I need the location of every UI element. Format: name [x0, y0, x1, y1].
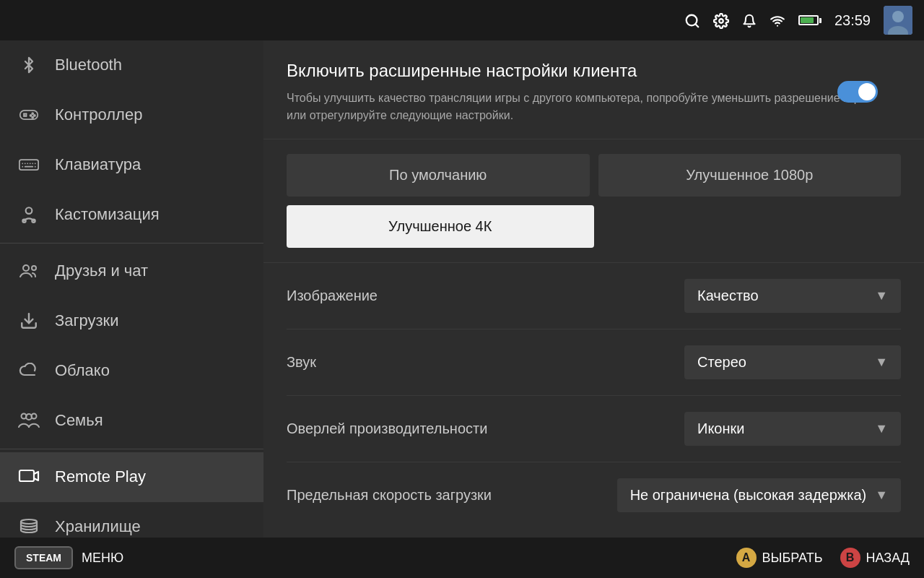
sidebar-item-downloads[interactable]: Загрузки — [0, 296, 263, 346]
downloads-icon — [17, 309, 40, 332]
sound-value: Стерео — [697, 354, 866, 371]
sidebar-remoteplay-label: Remote Play — [55, 467, 146, 486]
toggle-knob — [858, 83, 876, 100]
sidebar-item-controller[interactable]: Контроллер — [0, 90, 263, 140]
sidebar-bluetooth-label: Bluetooth — [55, 56, 122, 74]
preset-row-2: Улучшенное 4К — [287, 205, 901, 248]
sidebar: Bluetooth Контроллер — [0, 40, 263, 578]
preset-4k-button[interactable]: Улучшенное 4К — [287, 205, 594, 248]
family-icon — [17, 409, 40, 432]
controller-icon — [17, 103, 40, 126]
sound-dropdown[interactable]: Стерео ▼ — [684, 345, 901, 379]
toggle-switch[interactable] — [837, 81, 878, 103]
friends-icon — [17, 259, 40, 282]
select-label: ВЫБРАТЬ — [762, 551, 823, 566]
b-button-label: B — [846, 551, 855, 564]
preset-default-button[interactable]: По умолчанию — [287, 154, 590, 197]
b-button-icon[interactable]: B — [840, 548, 860, 568]
setting-overlay: Оверлей производительности Иконки ▼ — [287, 396, 901, 462]
image-value: Качество — [697, 288, 866, 304]
speed-label: Предельная скорость загрузки — [287, 487, 492, 504]
sidebar-friends-label: Друзья и чат — [55, 262, 148, 280]
svg-point-16 — [32, 116, 33, 118]
setting-image: Изображение Качество ▼ — [287, 263, 901, 329]
svg-point-30 — [23, 265, 29, 271]
remoteplay-icon — [17, 465, 40, 488]
overlay-value: Иконки — [697, 420, 866, 437]
bottom-actions: A ВЫБРАТЬ B НАЗАД — [736, 548, 910, 568]
setting-speed: Предельная скорость загрузки Не ограниче… — [287, 462, 901, 528]
notification-icon[interactable] — [742, 12, 757, 29]
sidebar-keyboard-label: Клавиатура — [55, 155, 141, 174]
sidebar-cloud-label: Облако — [55, 361, 110, 380]
sidebar-divider-2 — [0, 449, 263, 449]
menu-label: МЕНЮ — [82, 551, 123, 566]
cast-icon — [770, 12, 785, 29]
sidebar-divider-1 — [0, 243, 263, 243]
overlay-label: Оверлей производительности — [287, 420, 487, 437]
sidebar-item-family[interactable]: Семья — [0, 396, 263, 446]
image-label: Изображение — [287, 288, 378, 304]
sidebar-controller-label: Контроллер — [55, 105, 142, 124]
sidebar-item-bluetooth[interactable]: Bluetooth — [0, 40, 263, 90]
preset-section: По умолчанию Улучшенное 1080p Улучшенное… — [263, 139, 924, 263]
action-back: B НАЗАД — [840, 548, 910, 568]
speed-dropdown[interactable]: Не ограничена (высокая задержка) ▼ — [617, 478, 901, 512]
sidebar-item-customization[interactable]: Кастомизация — [0, 190, 263, 240]
customization-icon — [17, 203, 40, 226]
clock: 23:59 — [834, 12, 871, 29]
sidebar-item-friends[interactable]: Друзья и чат — [0, 246, 263, 296]
sound-label: Звук — [287, 354, 316, 371]
settings-icon[interactable] — [713, 12, 729, 29]
toggle-title: Включить расширенные настройки клиента — [287, 61, 901, 81]
keyboard-icon — [17, 153, 40, 176]
main-layout: Bluetooth Контроллер — [0, 0, 924, 578]
svg-point-2 — [719, 19, 723, 23]
toggle-description: Чтобы улучшить качество трансляции игры … — [287, 90, 879, 124]
sidebar-customization-label: Кастомизация — [55, 205, 160, 224]
cloud-icon — [17, 359, 40, 382]
image-dropdown[interactable]: Качество ▼ — [684, 279, 901, 313]
overlay-chevron-icon: ▼ — [875, 421, 888, 436]
sidebar-item-keyboard[interactable]: Клавиатура — [0, 140, 263, 190]
steam-button[interactable]: STEAM — [14, 546, 73, 569]
a-button-icon[interactable]: A — [736, 548, 757, 568]
sidebar-family-label: Семья — [55, 411, 103, 430]
overlay-dropdown[interactable]: Иконки ▼ — [684, 412, 901, 446]
svg-point-27 — [26, 207, 32, 214]
image-chevron-icon: ▼ — [875, 288, 888, 303]
toggle-section: Включить расширенные настройки клиента Ч… — [263, 40, 924, 139]
sidebar-item-cloud[interactable]: Облако — [0, 346, 263, 396]
main-content: Включить расширенные настройки клиента Ч… — [263, 40, 924, 578]
sound-chevron-icon: ▼ — [875, 355, 888, 370]
search-icon[interactable] — [684, 12, 700, 29]
svg-point-15 — [30, 115, 32, 116]
preset-row-1: По умолчанию Улучшенное 1080p — [287, 154, 901, 197]
settings-section: Изображение Качество ▼ Звук Стерео ▼ Ове… — [263, 263, 924, 528]
sidebar-item-remoteplay[interactable]: Remote Play — [0, 452, 263, 502]
back-label: НАЗАД — [866, 551, 910, 566]
svg-point-14 — [34, 115, 35, 116]
svg-point-13 — [32, 113, 33, 114]
svg-point-37 — [21, 519, 37, 524]
bluetooth-icon — [17, 53, 40, 77]
svg-rect-36 — [19, 470, 34, 481]
setting-sound: Звук Стерео ▼ — [287, 329, 901, 396]
avatar[interactable] — [884, 6, 912, 35]
preset-1080p-button[interactable]: Улучшенное 1080p — [598, 154, 902, 197]
speed-value: Не ограничена (высокая задержка) — [630, 487, 867, 504]
svg-line-1 — [695, 24, 698, 27]
topbar: 23:59 — [0, 0, 924, 40]
action-select: A ВЫБРАТЬ — [736, 548, 823, 568]
sidebar-storage-label: Хранилище — [55, 517, 141, 536]
battery-icon — [798, 15, 821, 25]
storage-icon — [17, 515, 40, 538]
a-button-label: A — [742, 551, 751, 564]
sidebar-downloads-label: Загрузки — [55, 311, 119, 330]
svg-point-5 — [892, 11, 904, 22]
svg-rect-17 — [19, 160, 38, 170]
bottombar: STEAM МЕНЮ A ВЫБРАТЬ B НАЗАД — [0, 538, 924, 578]
toggle-header-inner: Включить расширенные настройки клиента Ч… — [287, 61, 901, 124]
svg-point-31 — [32, 266, 36, 270]
speed-chevron-icon: ▼ — [875, 488, 888, 503]
